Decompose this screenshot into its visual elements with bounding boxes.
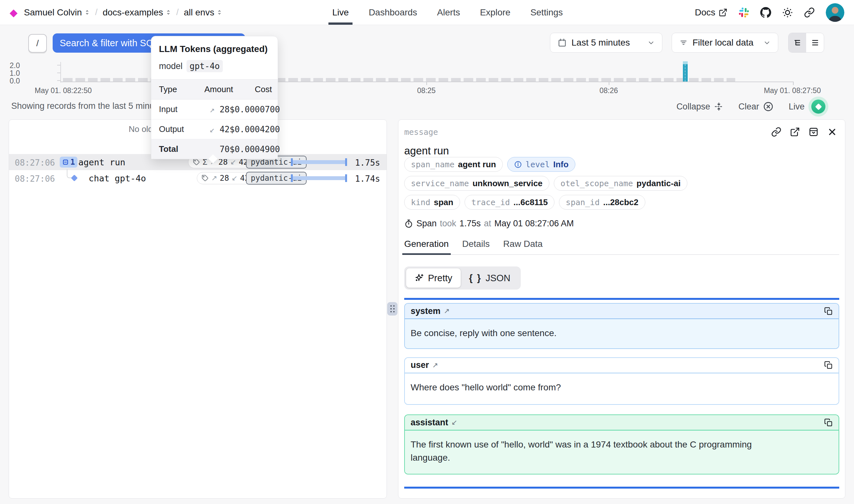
message-card-user: user ↗ Where does "hello world" come fro… — [404, 357, 839, 405]
tooltip-title: LLM Tokens (aggregated) — [159, 44, 270, 54]
child-count: 1 — [70, 158, 75, 167]
pretty-option[interactable]: Pretty — [406, 268, 461, 288]
input-arrow-icon: ↗ — [432, 361, 438, 370]
pill-key: level — [526, 160, 550, 169]
input-arrow-icon: ↗ — [210, 105, 215, 114]
at-word: at — [484, 219, 491, 229]
copy-message-button[interactable] — [824, 418, 833, 427]
breadcrumb-project[interactable]: docs-examples — [103, 7, 171, 18]
tree-view-button[interactable] — [788, 33, 806, 52]
json-option[interactable]: { } JSON — [461, 268, 519, 288]
save-view-icon[interactable] — [808, 127, 819, 137]
sort-chevrons-icon — [166, 10, 171, 15]
col-type: Type — [151, 79, 204, 100]
clear-circle-x-icon — [763, 101, 774, 112]
table-row-output: Output ↙ 42 $0.0004200 — [151, 120, 278, 139]
clear-button[interactable]: Clear — [739, 101, 774, 112]
share-link-icon[interactable] — [804, 7, 815, 18]
time-range-button[interactable]: Last 5 minutes — [550, 33, 662, 53]
detail-tabs: Generation Details Raw Data — [404, 239, 839, 255]
pill-level[interactable]: level Info — [507, 157, 575, 172]
trace-row-chat-gpt4o[interactable]: 08:27:06 chat gpt-4o ↗28 ↙42 pydantic-ai… — [9, 170, 386, 186]
logfire-logo-icon: ◆ — [10, 7, 18, 18]
pill-trace-id[interactable]: trace_id ...6c8115 — [465, 195, 555, 210]
input-arrow-icon: ↗ — [211, 174, 217, 182]
calendar-icon — [557, 38, 567, 48]
close-panel-icon[interactable] — [827, 127, 837, 137]
span-timestamp: May 01 08:27:06 AM — [494, 219, 574, 229]
y-tick-mark — [57, 73, 60, 73]
tag-icon — [202, 175, 209, 182]
row-cost: $0.0000700 — [230, 100, 278, 120]
tab-generation[interactable]: Generation — [404, 239, 449, 254]
record-kind-label: message — [404, 127, 438, 137]
nav-item-dashboards[interactable]: Dashboards — [368, 0, 417, 25]
breadcrumb-separator: / — [95, 7, 97, 17]
top-navbar: ◆ Samuel Colvin / docs-examples / all en… — [0, 0, 854, 25]
nav-item-live[interactable]: Live — [332, 0, 349, 25]
nav-item-settings[interactable]: Settings — [530, 0, 563, 25]
theme-sun-icon[interactable] — [782, 7, 793, 18]
collapse-children-badge[interactable]: 1 — [60, 157, 77, 167]
live-indicator — [808, 97, 828, 116]
span-duration: 1.75s — [459, 219, 480, 229]
sort-chevrons-icon — [85, 10, 90, 15]
pill-otel-scope-name[interactable]: otel_scope_name pydantic-ai — [554, 176, 687, 191]
llm-tokens-tooltip: LLM Tokens (aggregated) model gpt-4o Typ… — [151, 36, 278, 159]
slack-icon[interactable] — [739, 7, 749, 18]
tree-view-icon — [793, 38, 802, 47]
copy-link-icon[interactable] — [771, 127, 781, 137]
tab-raw-data[interactable]: Raw Data — [503, 239, 543, 254]
slash-shortcut-key[interactable]: / — [28, 34, 47, 53]
org-name: Samuel Colvin — [24, 7, 82, 18]
pill-span-name[interactable]: span_name agent run — [404, 157, 503, 172]
nav-item-explore[interactable]: Explore — [480, 0, 510, 25]
collapse-vertical-icon — [714, 102, 724, 111]
model-value: gpt-4o — [186, 60, 223, 72]
live-toggle[interactable]: Live — [788, 97, 828, 116]
project-name: docs-examples — [103, 7, 163, 18]
copy-icon — [824, 418, 833, 427]
tab-details[interactable]: Details — [462, 239, 490, 254]
table-row-input: Input ↗ 28 $0.0000700 — [151, 100, 278, 120]
pill-value: ...28cbc2 — [603, 197, 639, 208]
message-role: system — [411, 306, 440, 316]
user-avatar[interactable] — [826, 3, 844, 22]
status-actions: Collapse Clear Live — [676, 97, 828, 116]
x-label-end: May 01. 08:27:50 — [764, 86, 821, 95]
info-icon — [514, 161, 522, 168]
input-tokens: 28 — [220, 174, 229, 183]
chart-bar-hovered[interactable] — [683, 64, 688, 82]
list-view-button[interactable] — [806, 33, 824, 52]
duration-bar — [291, 170, 347, 186]
y-tick-mark — [57, 65, 60, 66]
collapse-label: Collapse — [676, 102, 710, 112]
x-tick-mark — [793, 82, 794, 85]
breadcrumb-org[interactable]: Samuel Colvin — [24, 7, 90, 18]
message-text: Be concise, reply with one sentence. — [411, 327, 783, 340]
pill-kind[interactable]: kind span — [404, 195, 460, 210]
panel-resize-handle[interactable] — [387, 302, 398, 316]
copy-icon — [824, 361, 833, 370]
copy-icon — [824, 307, 833, 316]
pill-value: pydantic-ai — [637, 179, 680, 188]
pill-service-name[interactable]: service_name unknown_service — [404, 176, 549, 191]
pill-value: unknown_service — [473, 179, 543, 188]
filter-local-data-button[interactable]: Filter local data — [672, 33, 778, 53]
copy-message-button[interactable] — [824, 307, 833, 316]
nav-item-alerts[interactable]: Alerts — [437, 0, 460, 25]
time-range-value: Last 5 minutes — [571, 38, 630, 48]
breadcrumb-env[interactable]: all envs — [184, 7, 222, 18]
message-role: user — [411, 360, 429, 370]
docs-link[interactable]: Docs — [695, 7, 727, 18]
collapse-button[interactable]: Collapse — [676, 102, 724, 112]
row-timestamp: 08:27:06 — [15, 174, 55, 184]
x-label-0826: 08:26 — [599, 86, 618, 95]
pill-key: service_name — [411, 179, 469, 188]
open-in-new-icon[interactable] — [790, 127, 800, 137]
github-icon[interactable] — [760, 7, 771, 18]
copy-message-button[interactable] — [824, 361, 833, 370]
pill-span-id[interactable]: span_id ...28cbc2 — [559, 195, 645, 210]
scroll-edge-indicator-bottom — [404, 487, 839, 489]
records-timeline-chart: 2.0 1.0 0.0 May 01. 08:22:50 08:25 08:26… — [0, 59, 854, 98]
